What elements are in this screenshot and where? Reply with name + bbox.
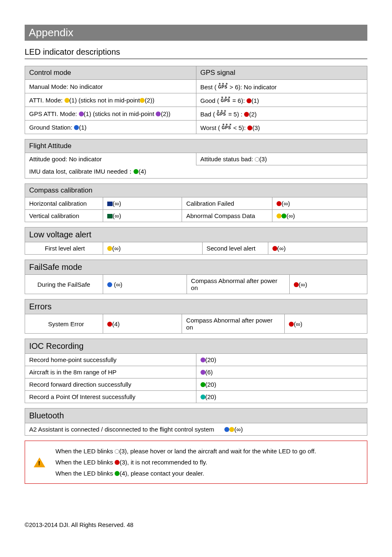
yellow-led-icon (229, 427, 234, 432)
failsafe-header: FailSafe mode (25, 260, 367, 275)
during-failsafe-mark: (∞) (103, 275, 187, 294)
section-subtitle: LED indicator descriptions (25, 46, 367, 59)
warning-icon (34, 457, 45, 467)
warning-line-1: When the LED blinks (3), please hover or… (55, 448, 365, 455)
ioc-row2-label: Aircraft is in the 8m range of HP (25, 366, 196, 378)
attitude-good-row: Attitude good: No indicator (25, 153, 196, 165)
control-gps-table: Control mode GPS signal Manual Mode: No … (25, 66, 367, 134)
system-error-label: System Error (25, 314, 103, 334)
gps-signal-header: GPS signal (196, 66, 367, 80)
purple-led-icon (201, 357, 205, 362)
green-led-icon (201, 382, 205, 387)
red-led-icon (289, 322, 294, 327)
failsafe-table: FailSafe mode During the FailSafe (∞) Co… (25, 260, 367, 294)
bluetooth-row: A2 Assistant is connected / disconnected… (25, 423, 367, 436)
during-failsafe-label: During the FailSafe (25, 275, 103, 294)
gps-bad-row: Bad (✶ ✶ ✶GPS= 5) : (2) (196, 107, 367, 121)
compass-header: Compass calibration (25, 184, 367, 197)
system-error-mark: (4) (103, 314, 182, 334)
blue-square-icon (107, 202, 113, 206)
red-led-icon (277, 201, 281, 206)
abnormal-compass-mark: (∞) (272, 210, 367, 222)
page-footer: ©2013-2014 DJI. All Rights Reserved. 48 (25, 522, 134, 528)
white-led-icon (255, 157, 259, 162)
bluetooth-header: Bluetooth (25, 408, 367, 423)
yellow-led-icon (107, 246, 112, 251)
red-led-icon (247, 98, 251, 103)
red-led-icon (115, 460, 120, 465)
first-level-alert-mark: (∞) (103, 242, 203, 255)
white-led-icon (115, 449, 119, 454)
purple-led-icon (156, 111, 161, 116)
gps-good-row: Good (✶ ✶ ✶GPS= 6): (1) (196, 93, 367, 107)
red-led-icon (272, 246, 277, 251)
ioc-row1-mark: (20) (196, 354, 367, 366)
abnormal-compass-label: Abnormal Compass Data (182, 210, 272, 222)
ioc-row3-mark: (20) (196, 378, 367, 391)
errors-header: Errors (25, 299, 367, 314)
green-led-icon (115, 471, 120, 476)
blue-led-icon (224, 427, 229, 432)
ground-station-row: Ground Station: (1) (25, 121, 196, 134)
low-voltage-table: Low voltage alert First level alert (∞) … (25, 227, 367, 255)
first-level-alert-label: First level alert (25, 242, 103, 255)
vertical-calibration-label: Vertical calibration (25, 210, 103, 222)
yellow-led-icon (140, 98, 145, 103)
warning-box: When the LED blinks (3), please hover or… (25, 441, 367, 484)
warning-line-2: When the LED blinks (3), it is not recom… (55, 459, 365, 466)
page-title: Appendix (25, 25, 367, 41)
vertical-calibration-mark: (∞) (103, 210, 182, 222)
control-mode-header: Control mode (25, 66, 196, 80)
bluetooth-table: Bluetooth A2 Assistant is connected / di… (25, 408, 367, 436)
green-led-icon (134, 169, 138, 174)
errors-compass-abn-mark: (∞) (285, 314, 367, 334)
ioc-table: IOC Recording Record home-point successf… (25, 339, 367, 403)
red-led-icon (107, 322, 112, 327)
horizontal-calibration-mark: (∞) (103, 197, 182, 210)
purple-led-icon (201, 370, 205, 375)
purple-led-icon (79, 111, 84, 116)
ioc-row2-mark: (6) (196, 366, 367, 378)
compass-abnormal-pwron-label: Compass Abnormal after power on (187, 275, 289, 294)
gps-best-row: Best (✶ ✶ ✶GPS> 6): No indicator (196, 80, 367, 93)
horizontal-calibration-label: Horizontal calibration (25, 197, 103, 210)
blue-led-icon (74, 125, 79, 130)
second-level-alert-mark: (∞) (268, 242, 367, 255)
green-led-icon (281, 214, 286, 218)
ioc-header: IOC Recording (25, 339, 367, 354)
atti-mode-row: ATTI. Mode: (1) (sticks not in mid-point… (25, 93, 196, 107)
second-level-alert-label: Second level alert (202, 242, 268, 255)
gps-worst-row: Worst (✶ ✶ ✶GPS< 5): (3) (196, 121, 367, 134)
yellow-led-icon (277, 214, 281, 218)
yellow-led-icon (65, 98, 69, 103)
warning-line-3: When the LED blinks (4), please contact … (55, 470, 365, 477)
red-led-icon (247, 125, 252, 130)
attitude-bad-row: Attitude status bad: (3) (196, 153, 367, 165)
ioc-row1-label: Record home-point successfully (25, 354, 196, 366)
calibration-failed-label: Calibration Failed (182, 197, 272, 210)
compass-abnormal-pwron-mark: (∞) (289, 275, 367, 294)
green-square-icon (107, 214, 113, 218)
ioc-row4-mark: (20) (196, 391, 367, 403)
blue-led-icon (107, 282, 112, 287)
compass-table: Compass calibration Horizontal calibrati… (25, 183, 367, 222)
red-led-icon (294, 282, 299, 287)
ioc-row3-label: Record forward direction successfully (25, 378, 196, 391)
ioc-row4-label: Record a Point Of Interest successfully (25, 391, 196, 403)
errors-table: Errors System Error (4) Compass Abnormal… (25, 299, 367, 334)
gps-atti-mode-row: GPS ATTI. Mode: (1) (sticks not in mid-p… (25, 107, 196, 121)
flight-attitude-table: Flight Attitude Attitude good: No indica… (25, 139, 367, 179)
manual-mode-row: Manual Mode: No indicator (25, 80, 196, 93)
imu-lost-row: IMU data lost, calibrate IMU needed：(4) (25, 165, 367, 179)
teal-led-icon (201, 395, 205, 399)
calibration-failed-mark: (∞) (272, 197, 367, 210)
errors-compass-abn-label: Compass Abnormal after power on (182, 314, 285, 334)
flight-attitude-header: Flight Attitude (25, 139, 367, 153)
red-led-icon (244, 112, 249, 117)
low-voltage-header: Low voltage alert (25, 227, 367, 242)
